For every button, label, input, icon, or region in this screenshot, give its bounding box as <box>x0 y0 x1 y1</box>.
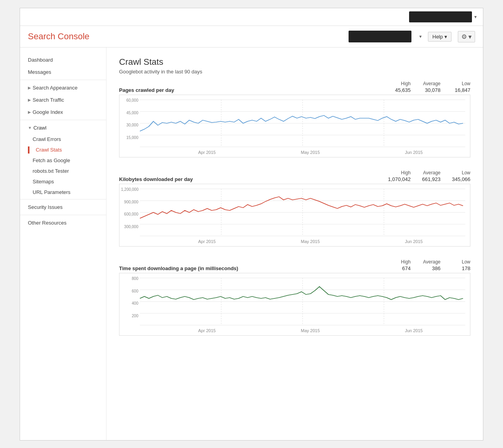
search-appearance-label: Search Appearance <box>33 85 77 91</box>
page-subtitle: Googlebot activity in the last 90 days <box>119 69 470 75</box>
main-content: Crawl Stats Googlebot activity in the la… <box>106 48 483 440</box>
chart-x-labels-2: Apr 2015 May 2015 Jun 2015 <box>140 239 465 244</box>
chart-header-kilobytes: Kilobytes downloaded per day High Averag… <box>119 170 470 182</box>
chart-label-kilobytes: Kilobytes downloaded per day <box>119 176 193 182</box>
robots-tester-label: robots.txt Tester <box>33 168 69 174</box>
chart-x-labels-3: Apr 2015 May 2015 Jun 2015 <box>140 328 465 333</box>
sidebar-item-search-traffic[interactable]: ▶ Search Traffic <box>20 94 106 106</box>
expand-arrow-crawl: ▼ <box>28 126 32 130</box>
low-val-2: 345,066 <box>447 176 470 182</box>
high-val-3: 674 <box>387 265 411 271</box>
messages-label: Messages <box>28 69 51 75</box>
avg-val-3: 386 <box>417 265 441 271</box>
divider-3 <box>20 199 106 199</box>
chart-label-pages-crawled: Pages crawled per day <box>119 87 174 93</box>
site-selector[interactable] <box>349 31 411 42</box>
chart-stats-2: 1,070,042 661,923 345,066 <box>387 176 470 182</box>
other-resources-label: Other Resources <box>28 220 66 226</box>
low-val-3: 178 <box>447 265 470 271</box>
x-label-2-0: Apr 2015 <box>198 239 216 244</box>
crawl-label: Crawl <box>33 125 46 131</box>
x-label-3-1: May 2015 <box>301 328 320 333</box>
avg-val-1: 30,078 <box>417 87 441 93</box>
chart-svg-2 <box>140 189 465 236</box>
low-header-2: Low <box>447 170 470 176</box>
chart-label-time: Time spent downloading a page (in millis… <box>119 265 238 271</box>
app-title: Search Console <box>28 31 342 42</box>
sidebar-item-security-issues[interactable]: Security Issues <box>20 201 106 213</box>
x-label-3-2: Jun 2015 <box>405 328 422 333</box>
page-title: Crawl Stats <box>119 57 470 67</box>
crawl-errors-label: Crawl Errors <box>33 136 61 142</box>
chart-header-pages-crawled: Pages crawled per day High Average Low 4… <box>119 81 470 93</box>
chart-stats-header-2: High Average Low <box>387 170 470 176</box>
fetch-as-google-label: Fetch as Google <box>33 157 70 163</box>
x-label-2-1: May 2015 <box>301 239 320 244</box>
avg-header-3: Average <box>417 259 441 265</box>
collapse-arrow-search-traffic: ▶ <box>28 98 31 102</box>
sidebar: Dashboard Messages ▶ Search Appearance ▶… <box>20 48 106 440</box>
security-issues-label: Security Issues <box>28 204 62 210</box>
chart-header-time: Time spent downloading a page (in millis… <box>119 259 470 271</box>
sidebar-item-messages[interactable]: Messages <box>20 66 106 78</box>
avg-val-2: 661,923 <box>417 176 441 182</box>
chart-container-kilobytes: 1,200,000 900,000 600,000 300,000 <box>119 184 470 247</box>
y-label-1-2: 30,000 <box>121 123 138 127</box>
sidebar-item-fetch-as-google[interactable]: Fetch as Google <box>20 155 106 166</box>
top-bar: ▾ <box>20 8 483 26</box>
sidebar-item-crawl[interactable]: ▼ Crawl <box>20 122 106 134</box>
chart-section-pages-crawled: Pages crawled per day High Average Low 4… <box>119 81 470 157</box>
y-label-3-3: 200 <box>121 314 138 318</box>
help-label: Help <box>432 34 443 40</box>
sidebar-item-google-index[interactable]: ▶ Google Index <box>20 106 106 118</box>
y-label-3-0: 800 <box>121 276 138 281</box>
chart-svg-1 <box>140 100 465 147</box>
x-label-1-0: Apr 2015 <box>198 150 216 155</box>
low-val-1: 16,847 <box>447 87 470 93</box>
chart-section-time: Time spent downloading a page (in millis… <box>119 259 470 336</box>
y-label-3-2: 400 <box>121 301 138 305</box>
y-label-1-3: 15,000 <box>121 135 138 140</box>
collapse-arrow-google-index: ▶ <box>28 110 31 114</box>
account-selector[interactable] <box>409 11 472 22</box>
y-label-2-2: 600,000 <box>121 212 138 216</box>
chart-stats-header-3: High Average Low <box>387 259 470 265</box>
header: Search Console ▾ Help ▾ ⚙ ▾ <box>20 26 483 48</box>
chart-stats-1: 45,635 30,078 16,847 <box>387 87 470 93</box>
collapse-arrow-search-appearance: ▶ <box>28 86 31 90</box>
high-header-1: High <box>387 81 411 86</box>
y-label-1-1: 45,000 <box>121 111 138 115</box>
y-label-2-0: 1,200,000 <box>121 187 138 192</box>
y-label-1-0: 60,000 <box>121 98 138 102</box>
crawl-stats-label: Crawl Stats <box>36 147 62 153</box>
main-layout: Dashboard Messages ▶ Search Appearance ▶… <box>20 48 483 440</box>
chart-container-time: 800 600 400 200 <box>119 273 470 336</box>
account-dropdown-arrow[interactable]: ▾ <box>474 14 477 20</box>
low-header-1: Low <box>447 81 470 86</box>
sidebar-item-other-resources[interactable]: Other Resources <box>20 217 106 229</box>
search-traffic-label: Search Traffic <box>33 97 64 103</box>
chart-x-labels-1: Apr 2015 May 2015 Jun 2015 <box>140 150 465 155</box>
divider-1 <box>20 80 106 80</box>
high-header-3: High <box>387 259 411 265</box>
sidebar-item-sitemaps[interactable]: Sitemaps <box>20 176 106 187</box>
sidebar-item-crawl-stats[interactable]: Crawl Stats <box>20 144 106 155</box>
x-label-3-0: Apr 2015 <box>198 328 216 333</box>
chart-y-labels-2: 1,200,000 900,000 600,000 300,000 <box>121 187 138 237</box>
chart-section-kilobytes: Kilobytes downloaded per day High Averag… <box>119 170 470 247</box>
site-dropdown-arrow[interactable]: ▾ <box>419 34 422 39</box>
chart-stats-header-1: High Average Low <box>387 81 470 86</box>
sidebar-item-crawl-errors[interactable]: Crawl Errors <box>20 134 106 144</box>
chart-svg-3 <box>140 278 465 325</box>
sidebar-item-dashboard[interactable]: Dashboard <box>20 54 106 66</box>
sidebar-item-search-appearance[interactable]: ▶ Search Appearance <box>20 82 106 94</box>
chart-stats-3: 674 386 178 <box>387 265 470 271</box>
sidebar-item-robots-tester[interactable]: robots.txt Tester <box>20 166 106 176</box>
gear-dropdown-arrow: ▾ <box>468 33 472 40</box>
help-dropdown-arrow: ▾ <box>444 34 447 40</box>
divider-2 <box>20 120 106 120</box>
settings-button[interactable]: ⚙ ▾ <box>458 31 475 42</box>
active-indicator <box>28 146 29 154</box>
help-button[interactable]: Help ▾ <box>428 32 452 42</box>
sidebar-item-url-parameters[interactable]: URL Parameters <box>20 187 106 197</box>
